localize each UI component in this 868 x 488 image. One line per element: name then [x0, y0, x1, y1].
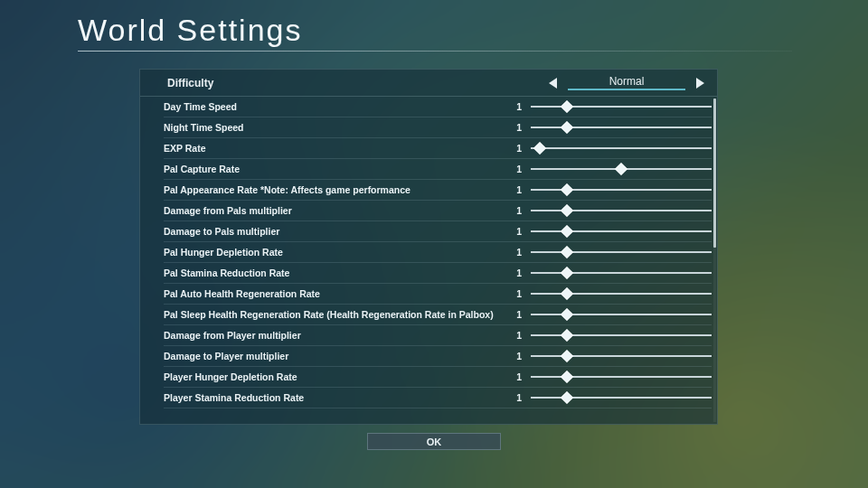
setting-slider[interactable] [531, 329, 712, 342]
slider-track [531, 127, 712, 128]
setting-label: Player Stamina Reduction Rate [164, 392, 507, 403]
slider-thumb[interactable] [561, 371, 573, 383]
slider-thumb[interactable] [561, 287, 573, 300]
setting-row: Pal Appearance Rate *Note: Affects game … [164, 180, 712, 201]
setting-slider[interactable] [531, 142, 712, 155]
setting-slider[interactable] [531, 204, 712, 217]
slider-thumb[interactable] [615, 163, 627, 175]
chevron-right-icon[interactable] [696, 78, 704, 89]
slider-thumb[interactable] [561, 246, 573, 258]
slider-thumb[interactable] [561, 183, 573, 196]
setting-value: 1 [507, 164, 531, 174]
setting-slider[interactable] [531, 100, 712, 113]
difficulty-value[interactable]: Normal [568, 75, 685, 90]
setting-row: Player Stamina Reduction Rate1 [164, 388, 712, 408]
setting-row: Pal Capture Rate1 [164, 159, 712, 180]
setting-label: Pal Capture Rate [164, 164, 507, 174]
setting-slider[interactable] [531, 391, 712, 404]
slider-track [531, 230, 712, 232]
setting-slider[interactable] [531, 287, 712, 300]
setting-row: Damage from Pals multiplier1 [164, 201, 712, 221]
slider-track [531, 293, 712, 295]
slider-track [531, 106, 712, 108]
setting-value: 1 [507, 392, 531, 403]
setting-label: EXP Rate [164, 143, 507, 154]
settings-list-wrap: Day Time Speed1Night Time Speed1EXP Rate… [140, 97, 717, 424]
scrollbar[interactable] [713, 99, 716, 422]
setting-row: EXP Rate1 [164, 138, 712, 159]
setting-slider[interactable] [531, 246, 712, 258]
slider-thumb[interactable] [561, 350, 573, 362]
setting-value: 1 [507, 205, 531, 216]
setting-row: Pal Auto Health Regeneration Rate1 [164, 284, 712, 305]
slider-thumb[interactable] [561, 204, 573, 217]
slider-thumb[interactable] [561, 329, 573, 342]
setting-row: Pal Hunger Depletion Rate1 [164, 242, 712, 263]
setting-slider[interactable] [531, 121, 712, 134]
slider-track [531, 355, 712, 357]
setting-value: 1 [507, 143, 531, 154]
slider-track [531, 397, 712, 399]
setting-label: Pal Stamina Reduction Rate [164, 267, 507, 278]
slider-thumb[interactable] [561, 308, 573, 321]
setting-slider[interactable] [531, 163, 712, 175]
difficulty-row: Difficulty Normal [140, 70, 717, 97]
setting-row: Night Time Speed1 [164, 117, 712, 138]
setting-label: Damage to Player multiplier [164, 351, 507, 361]
slider-track [531, 210, 712, 211]
setting-row: Pal Stamina Reduction Rate1 [164, 263, 712, 284]
setting-label: Player Hunger Depletion Rate [164, 371, 507, 382]
slider-thumb[interactable] [561, 225, 573, 238]
setting-value: 1 [507, 351, 531, 361]
settings-list: Day Time Speed1Night Time Speed1EXP Rate… [140, 97, 717, 408]
setting-value: 1 [507, 267, 531, 278]
slider-track [531, 251, 712, 253]
setting-value: 1 [507, 288, 531, 299]
slider-thumb[interactable] [561, 267, 573, 279]
setting-row: Damage to Player multiplier1 [164, 346, 712, 367]
setting-value: 1 [507, 247, 531, 258]
page-title: World Settings [78, 13, 302, 48]
title-underline [78, 51, 792, 52]
setting-slider[interactable] [531, 371, 712, 383]
setting-value: 1 [507, 101, 531, 112]
slider-track [531, 334, 712, 336]
setting-row: Damage to Pals multiplier1 [164, 221, 712, 242]
slider-track [531, 147, 712, 149]
slider-thumb[interactable] [561, 121, 573, 134]
setting-label: Damage from Pals multiplier [164, 205, 507, 216]
settings-panel: Difficulty Normal Day Time Speed1Night T… [139, 69, 718, 425]
setting-slider[interactable] [531, 350, 712, 362]
setting-value: 1 [507, 122, 531, 133]
scrollbar-thumb[interactable] [713, 99, 716, 248]
setting-label: Night Time Speed [164, 122, 507, 133]
setting-label: Pal Hunger Depletion Rate [164, 247, 507, 258]
setting-row: Pal Sleep Health Regeneration Rate (Heal… [164, 305, 712, 325]
setting-slider[interactable] [531, 183, 712, 196]
ok-button[interactable]: OK [367, 433, 501, 450]
slider-track [531, 189, 712, 191]
setting-slider[interactable] [531, 267, 712, 279]
setting-value: 1 [507, 371, 531, 382]
setting-label: Pal Appearance Rate *Note: Affects game … [164, 184, 507, 195]
slider-track [531, 314, 712, 315]
chevron-left-icon[interactable] [549, 78, 557, 89]
slider-thumb[interactable] [561, 100, 573, 113]
setting-value: 1 [507, 309, 531, 320]
setting-row: Day Time Speed1 [164, 97, 712, 117]
setting-label: Pal Sleep Health Regeneration Rate (Heal… [164, 309, 507, 320]
slider-track [531, 272, 712, 274]
slider-thumb[interactable] [561, 391, 573, 404]
setting-label: Damage to Pals multiplier [164, 226, 507, 237]
setting-slider[interactable] [531, 308, 712, 321]
difficulty-label: Difficulty [167, 77, 549, 89]
setting-slider[interactable] [531, 225, 712, 238]
slider-track [531, 376, 712, 378]
slider-thumb[interactable] [533, 142, 546, 155]
setting-label: Pal Auto Health Regeneration Rate [164, 288, 507, 299]
setting-row: Player Hunger Depletion Rate1 [164, 367, 712, 388]
setting-row: Damage from Player multiplier1 [164, 325, 712, 346]
setting-value: 1 [507, 226, 531, 237]
setting-value: 1 [507, 330, 531, 341]
setting-label: Damage from Player multiplier [164, 330, 507, 341]
